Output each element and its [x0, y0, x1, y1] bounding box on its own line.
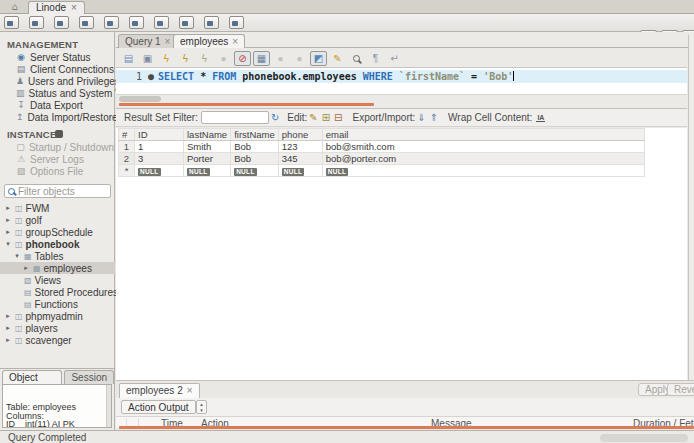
grid-cell[interactable]: NULL: [231, 165, 279, 177]
grid-cell[interactable]: NULL: [184, 165, 231, 177]
grid-cell[interactable]: 345: [278, 153, 322, 165]
stop-on-error-icon[interactable]: ⊘: [234, 51, 251, 66]
sidebar-item-data-import-restore[interactable]: ↥Data Import/Restore: [0, 111, 114, 123]
row-number-cell[interactable]: *: [119, 165, 135, 177]
home-tab[interactable]: ⌂: [5, 1, 25, 13]
result-side-panel-strip[interactable]: [688, 35, 694, 380]
create-view-icon[interactable]: [129, 16, 144, 29]
grid-cell[interactable]: 3: [135, 153, 184, 165]
execute-current-icon[interactable]: ϟ: [177, 51, 194, 66]
grid-cell[interactable]: NULL: [135, 165, 184, 177]
close-icon[interactable]: ×: [187, 385, 193, 396]
tab-object-info[interactable]: Object Info: [2, 370, 62, 384]
search-data-icon[interactable]: [204, 16, 219, 29]
column-header-id[interactable]: ID: [135, 129, 184, 141]
reconnect-dbms-icon[interactable]: [229, 16, 244, 29]
explain-icon[interactable]: ϟ: [196, 51, 213, 66]
tab-query-1[interactable]: Query 1×: [118, 34, 177, 48]
limit-rows-icon[interactable]: ▦: [253, 51, 270, 66]
chevron-right-icon[interactable]: ▸: [4, 336, 12, 344]
new-query-tab-icon[interactable]: [4, 16, 19, 29]
sidebar-item-data-export[interactable]: ↧Data Export: [0, 99, 114, 111]
execute-icon[interactable]: ϟ: [158, 51, 175, 66]
autocommit-icon[interactable]: ◩: [310, 51, 327, 66]
sidebar-item-status-and-system-variables[interactable]: ▥Status and System Variables: [0, 87, 114, 99]
delete-row-icon[interactable]: ⊟: [334, 112, 342, 123]
import-records-icon[interactable]: ⇑: [430, 112, 438, 123]
save-icon[interactable]: ▣: [139, 51, 156, 66]
chevron-right-icon[interactable]: ▸: [4, 312, 12, 320]
column-header-row-number[interactable]: #: [119, 129, 135, 141]
invisibles-icon[interactable]: ¶: [367, 51, 384, 66]
tree-item-phonebook[interactable]: ▾◫phonebook: [0, 238, 115, 250]
grid-cell[interactable]: NULL: [322, 165, 644, 177]
beautify-icon[interactable]: ✎: [329, 51, 346, 66]
tab-session[interactable]: Session: [64, 370, 114, 384]
schema-filter-input[interactable]: Filter objects: [4, 184, 111, 198]
column-header-lastname[interactable]: lastName: [184, 129, 231, 141]
chevron-right-icon[interactable]: ▸: [22, 264, 30, 272]
tree-item-functions[interactable]: ▤Functions: [0, 298, 115, 310]
revert-button[interactable]: Revert: [667, 383, 694, 396]
rollback-icon[interactable]: ●: [291, 51, 308, 66]
chevron-down-icon[interactable]: ▾: [13, 252, 21, 260]
tab-result-employees-2[interactable]: employees 2×: [119, 383, 200, 398]
output-selector-stepper[interactable]: ▴▾: [196, 400, 207, 414]
column-header-email[interactable]: email: [322, 129, 644, 141]
tree-item-fwm[interactable]: ▸◫FWM: [0, 202, 115, 214]
chevron-right-icon[interactable]: ▸: [4, 204, 12, 212]
sidebar-item-server-status[interactable]: ◉Server Status: [0, 51, 114, 63]
tree-item-golf[interactable]: ▸◫golf: [0, 214, 115, 226]
sql-statement[interactable]: SELECT * FROM phonebook.employees WHERE …: [158, 71, 514, 82]
export-recordset-icon[interactable]: ⇓: [417, 112, 425, 123]
object-info-scrollbar[interactable]: [106, 385, 111, 427]
tree-item-phpmyadmin[interactable]: ▸◫phpmyadmin: [0, 310, 115, 322]
grid-cell[interactable]: Smith: [184, 141, 231, 153]
insert-row-icon[interactable]: ⊞: [322, 112, 330, 123]
tree-item-groupschedule[interactable]: ▸◫groupSchedule: [0, 226, 115, 238]
tree-item-employees[interactable]: ▸▦employees: [0, 262, 115, 274]
chevron-right-icon[interactable]: ▸: [4, 228, 12, 236]
tree-item-views[interactable]: ▧Views: [0, 274, 115, 286]
wrap-cell-toggle-icon[interactable]: IA: [536, 114, 545, 122]
create-procedure-icon[interactable]: [154, 16, 169, 29]
close-icon[interactable]: ×: [165, 36, 171, 47]
chevron-right-icon[interactable]: ▸: [4, 324, 12, 332]
tree-item-tables[interactable]: ▾▦Tables: [0, 250, 115, 262]
sidebar-item-server-logs[interactable]: ⚠Server Logs: [0, 153, 114, 165]
instance-actions-icon[interactable]: [55, 130, 63, 138]
wrap-text-icon[interactable]: ↵: [386, 51, 403, 66]
tree-item-stored-procedures[interactable]: ▤Stored Procedures: [0, 286, 115, 298]
output-selector[interactable]: Action Output: [121, 400, 196, 414]
stop-icon[interactable]: ●: [215, 51, 232, 66]
grid-cell[interactable]: Bob: [231, 141, 279, 153]
sidebar-item-client-connections[interactable]: ▤Client Connections: [0, 63, 114, 75]
create-table-icon[interactable]: [104, 16, 119, 29]
commit-icon[interactable]: ●: [272, 51, 289, 66]
edit-record-icon[interactable]: ✎: [309, 112, 317, 123]
result-filter-input[interactable]: [201, 111, 269, 124]
open-sql-script-icon[interactable]: [29, 16, 44, 29]
refresh-results-icon[interactable]: ↻: [271, 112, 279, 123]
grid-cell[interactable]: Bob: [231, 153, 279, 165]
grid-cell[interactable]: Porter: [184, 153, 231, 165]
sql-editor[interactable]: 1 ● SELECT * FROM phonebook.employees WH…: [116, 67, 687, 94]
close-icon[interactable]: ×: [71, 2, 77, 13]
find-icon[interactable]: [348, 51, 365, 66]
connection-tab[interactable]: Linode×: [28, 1, 85, 14]
grid-cell[interactable]: bob@smith.com: [322, 141, 644, 153]
create-schema-icon[interactable]: [79, 16, 94, 29]
create-function-icon[interactable]: [179, 16, 194, 29]
grid-cell[interactable]: bob@porter.com: [322, 153, 644, 165]
column-header-firstname[interactable]: firstName: [231, 129, 279, 141]
inspector-icon[interactable]: [54, 16, 69, 29]
tab-employees[interactable]: employees×: [173, 34, 245, 48]
close-icon[interactable]: ×: [232, 36, 238, 47]
grid-cell[interactable]: 123: [278, 141, 322, 153]
sidebar-item-users-and-privileges[interactable]: ♟Users and Privileges: [0, 75, 114, 87]
column-header-phone[interactable]: phone: [278, 129, 322, 141]
open-file-icon[interactable]: ▤: [120, 51, 137, 66]
tree-item-players[interactable]: ▸◫players: [0, 322, 115, 334]
row-number-cell[interactable]: 2: [119, 153, 135, 165]
chevron-right-icon[interactable]: ▸: [4, 216, 12, 224]
